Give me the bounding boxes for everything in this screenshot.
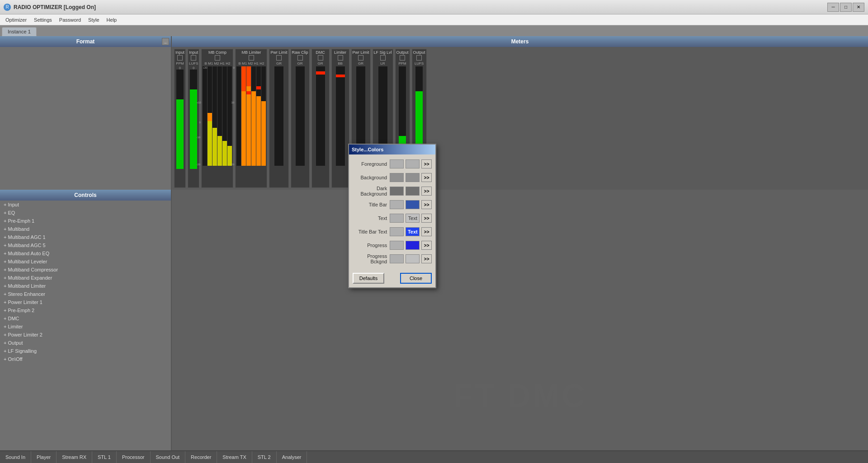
swatch-background[interactable] — [390, 173, 404, 182]
meters-title: Meters — [172, 36, 868, 47]
control-on-off[interactable]: + On\Off — [0, 355, 171, 363]
swatch-text[interactable] — [390, 214, 404, 223]
status-recorder: Recorder — [185, 451, 217, 463]
arrow-progress-bg[interactable]: >> — [421, 254, 432, 263]
menu-style[interactable]: Style — [85, 16, 103, 23]
meter-limiter: Limiter BB 0 20 40 — [331, 49, 349, 188]
status-stl-1: STL 1 — [92, 451, 117, 463]
control-mb-limiter[interactable]: + Multiband Limiter — [0, 282, 171, 290]
format-minimize[interactable]: _ — [162, 38, 169, 45]
meter-output-ppm-checkbox[interactable] — [400, 55, 405, 61]
swatch-progress[interactable] — [390, 241, 404, 250]
meter-input-ppm: Input PPM 0 0 10 20 30 — [174, 49, 186, 188]
status-player: Player — [31, 451, 57, 463]
color-row-title-bar-text: Title Bar Text Text >> — [353, 226, 432, 238]
meter-checkbox-lufs[interactable] — [191, 55, 196, 61]
meter-pwr-limit-2-checkbox[interactable] — [358, 55, 363, 61]
menu-password[interactable]: Password — [56, 16, 85, 23]
arrow-foreground[interactable]: >> — [421, 159, 432, 168]
control-lf-signalling[interactable]: + LF Signalling — [0, 347, 171, 355]
meter-pwr-limit-checkbox[interactable] — [276, 55, 282, 61]
menu-settings[interactable]: Settings — [30, 16, 56, 23]
preview-progress[interactable] — [406, 241, 420, 250]
close-button[interactable]: ✕ — [853, 3, 864, 12]
arrow-title-bar[interactable]: >> — [421, 200, 432, 209]
dialog-body: Foreground >> Background >> Dark Backgro… — [349, 154, 435, 270]
status-stream-tx: Stream TX — [217, 451, 252, 463]
control-limiter[interactable]: + Limiter — [0, 323, 171, 331]
maximize-button[interactable]: □ — [840, 3, 852, 12]
main-workspace: FT DMC — [172, 190, 868, 450]
control-eq[interactable]: + EQ — [0, 209, 171, 217]
meter-pwr-limit: Pwr Limit GR 0 10 20 — [269, 49, 288, 188]
control-mb-auto-eq[interactable]: + Multiband Auto EQ — [0, 249, 171, 257]
meter-dmc-checkbox[interactable] — [318, 55, 323, 61]
meter-checkbox[interactable] — [177, 55, 183, 61]
preview-title-bar-text[interactable]: Text — [406, 227, 420, 236]
meter-mb-comp-checkbox[interactable] — [215, 55, 220, 61]
arrow-progress[interactable]: >> — [421, 241, 432, 250]
meter-mb-limiter-checkbox[interactable] — [249, 55, 254, 61]
preview-background[interactable] — [406, 173, 420, 182]
swatch-progress-bg[interactable] — [390, 254, 404, 263]
meters-panel: Meters Input PPM 0 0 10 20 30 — [172, 36, 868, 190]
arrow-text[interactable]: >> — [421, 214, 432, 223]
control-dmc[interactable]: + DMC — [0, 314, 171, 323]
close-button-dialog[interactable]: Close — [400, 273, 432, 284]
minimize-button[interactable]: ─ — [827, 3, 839, 12]
swatch-title-bar-text[interactable] — [390, 227, 404, 236]
preview-text[interactable]: Text — [406, 214, 420, 223]
meter-input-lufs: Input LUFS 0 0 10 20 30 — [188, 49, 199, 188]
status-processor: Processor — [117, 451, 151, 463]
control-mb-expander[interactable]: + Multiband Expander — [0, 274, 171, 282]
tab-instance-1[interactable]: Instance 1 — [2, 27, 37, 36]
status-sound-out: Sound Out — [151, 451, 186, 463]
preview-dark-bg[interactable] — [406, 187, 420, 196]
control-pre-emph-2[interactable]: + Pre-Emph 2 — [0, 306, 171, 314]
dialog-title: Style...Colors — [352, 147, 383, 152]
control-mb-agc-1[interactable]: + Multiband AGC 1 — [0, 233, 171, 241]
controls-panel: Controls + Input + EQ + Pre-Emph 1 + Mul… — [0, 190, 172, 450]
label-dark-bg: Dark Background — [353, 186, 390, 196]
control-input[interactable]: + Input — [0, 201, 171, 209]
meter-output-lufs-checkbox[interactable] — [416, 55, 422, 61]
label-progress: Progress — [353, 243, 390, 248]
meter-mb-comp: MB Comp B M1 M2 H1 H2 +20 +10 0 -10 -20 — [201, 49, 233, 188]
controls-header: Controls — [0, 190, 171, 201]
control-mb-compressor[interactable]: + Multiband Compressor — [0, 266, 171, 274]
controls-list: + Input + EQ + Pre-Emph 1 + Multiband + … — [0, 201, 171, 363]
dialog-title-bar[interactable]: Style...Colors — [349, 145, 435, 154]
control-output[interactable]: + Output — [0, 339, 171, 347]
meter-bar-ppm: 0 10 20 30 — [176, 70, 184, 169]
meter-raw-clip-checkbox[interactable] — [297, 55, 303, 61]
control-pwr-limiter-1[interactable]: + Power Limiter 1 — [0, 298, 171, 306]
arrow-dark-bg[interactable]: >> — [421, 187, 432, 196]
meter-limiter-checkbox[interactable] — [338, 55, 343, 61]
swatch-dark-bg[interactable] — [390, 187, 404, 196]
menu-optimizer[interactable]: Optimizer — [2, 16, 30, 23]
style-colors-dialog: Style...Colors Foreground >> Background … — [348, 144, 436, 288]
label-foreground: Foreground — [353, 161, 390, 167]
preview-foreground[interactable] — [406, 159, 420, 168]
control-pre-emph-1[interactable]: + Pre-Emph 1 — [0, 217, 171, 225]
swatch-title-bar[interactable] — [390, 200, 404, 209]
control-pwr-limiter-2[interactable]: + Power Limiter 2 — [0, 331, 171, 339]
format-panel: Format _ — [0, 36, 172, 190]
window-controls: ─ □ ✕ — [827, 3, 864, 12]
preview-progress-bg[interactable] — [406, 254, 420, 263]
arrow-background[interactable]: >> — [421, 173, 432, 182]
defaults-button[interactable]: Defaults — [353, 273, 384, 284]
control-mb-agc-5[interactable]: + Multiband AGC 5 — [0, 241, 171, 249]
preview-title-bar[interactable] — [406, 200, 420, 209]
watermark: FT DMC — [453, 377, 587, 414]
color-row-background: Background >> — [353, 172, 432, 183]
meter-dmc: DMC GR 0 10 20 — [311, 49, 330, 188]
menu-help[interactable]: Help — [103, 16, 121, 23]
swatch-foreground[interactable] — [390, 159, 404, 168]
control-multiband[interactable]: + Multiband — [0, 225, 171, 233]
control-mb-leveler[interactable]: + Multiband Leveler — [0, 257, 171, 266]
control-stereo-enhancer[interactable]: + Stereo Enhancer — [0, 290, 171, 298]
meter-lf-checkbox[interactable] — [380, 55, 386, 61]
status-analyser: Analyser — [277, 451, 307, 463]
arrow-title-bar-text[interactable]: >> — [421, 227, 432, 236]
